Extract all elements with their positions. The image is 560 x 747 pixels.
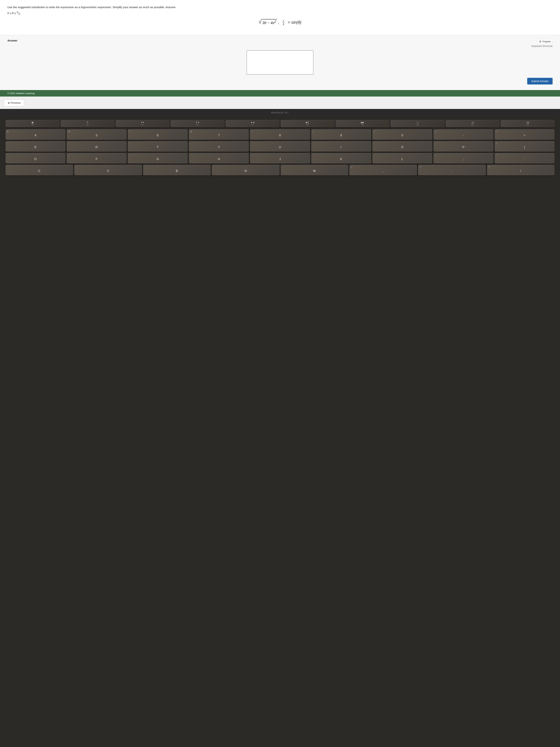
fn-key-f4[interactable]: ⠿ F4 xyxy=(60,120,114,127)
footer-bar: © 2021 Hawkes Learning xyxy=(0,90,560,97)
key-b[interactable]: B xyxy=(143,165,211,175)
key-f[interactable]: F xyxy=(67,153,127,163)
fn-key-f3[interactable]: ▣ F3 xyxy=(5,120,59,127)
fn-key-f9[interactable]: ▶▶ F9 xyxy=(336,120,390,127)
key-minus[interactable]: — - xyxy=(433,129,494,140)
key-t[interactable]: T xyxy=(128,141,188,152)
key-5[interactable]: % 5 xyxy=(67,129,127,140)
key-u[interactable]: U xyxy=(250,141,310,152)
key-v[interactable]: V xyxy=(74,165,142,175)
key-o[interactable]: O xyxy=(372,141,432,152)
fn-key-f5[interactable]: ✦✦ F5 xyxy=(115,120,169,127)
key-d[interactable]: D xyxy=(5,153,65,163)
key-r[interactable]: R xyxy=(67,141,127,152)
keyboard-area: ▣ F3 ⠿ F4 ✦✦ F5 ☀☀ F6 ◄◄ F7 ▶║ F8 ▶▶ F9 … xyxy=(0,116,560,747)
answer-section: Answer ⊞ Keypad Keyboard Shortcuts Submi… xyxy=(0,35,560,90)
key-4[interactable]: $ 4 xyxy=(5,129,65,140)
fn-key-f8[interactable]: ▶║ F8 xyxy=(281,120,335,127)
number-key-row: $ 4 % 5 ^ 6 & 7 * 8 ( 9 ) 0 — - xyxy=(5,129,555,140)
key-7[interactable]: & 7 xyxy=(189,129,249,140)
key-bracket[interactable]: { [ xyxy=(495,141,555,152)
keypad-button[interactable]: ⊞ Keypad xyxy=(537,39,553,44)
key-l[interactable]: L xyxy=(372,153,432,163)
answer-tools: ⊞ Keypad Keyboard Shortcuts xyxy=(532,39,553,47)
keyboard-shortcuts-link[interactable]: Keyboard Shortcuts xyxy=(532,45,553,47)
macbook-label: MacBook Air xyxy=(0,109,560,116)
copyright-text: © 2021 Hawkes Learning xyxy=(7,92,34,95)
key-slash[interactable]: ? / xyxy=(487,165,555,175)
key-6[interactable]: ^ 6 xyxy=(128,129,188,140)
previous-button[interactable]: ◄ Previous xyxy=(4,99,24,106)
qwerty-key-row: E R T Y U I O P { [ xyxy=(5,141,555,152)
bottom-key-row: C V B N M < , > . ? / xyxy=(5,165,555,175)
home-key-row: D F G H J K L : ; " ' xyxy=(5,153,555,163)
key-quote[interactable]: " ' xyxy=(495,153,555,163)
key-n[interactable]: N xyxy=(212,165,279,175)
key-h[interactable]: H xyxy=(189,153,249,163)
fraction-expression: x 3 xyxy=(282,19,285,26)
key-m[interactable]: M xyxy=(281,165,348,175)
keypad-icon: ⊞ xyxy=(539,40,541,43)
answer-header: Answer ⊞ Keypad Keyboard Shortcuts xyxy=(7,39,553,47)
key-c[interactable]: C xyxy=(5,165,73,175)
answer-label: Answer xyxy=(7,39,18,42)
sqrt-expression: √ 36 − 4x2 xyxy=(259,19,277,25)
key-semicolon[interactable]: : ; xyxy=(433,153,494,163)
key-0[interactable]: ) 0 xyxy=(372,129,432,140)
problem-instruction: Use the suggested substitution to write … xyxy=(7,5,553,9)
fn-key-row: ▣ F3 ⠿ F4 ✦✦ F5 ☀☀ F6 ◄◄ F7 ▶║ F8 ▶▶ F9 … xyxy=(5,120,555,127)
key-y[interactable]: Y xyxy=(189,141,249,152)
fn-key-f11[interactable]: ◁) F11 xyxy=(446,120,500,127)
key-e[interactable]: E xyxy=(5,141,65,152)
key-8[interactable]: * 8 xyxy=(250,129,310,140)
answer-input-box[interactable] xyxy=(247,50,313,75)
key-comma[interactable]: < , xyxy=(349,165,417,175)
math-expression: √ 36 − 4x2 , x 3 = sin(θ) xyxy=(7,19,553,26)
problem-condition: 0 ≤ θ ≤ π⁄2. xyxy=(7,11,553,16)
key-period[interactable]: > . xyxy=(418,165,485,175)
key-9[interactable]: ( 9 xyxy=(311,129,371,140)
submit-answer-button[interactable]: Submit Answer xyxy=(527,78,553,84)
fn-key-f12[interactable]: ◁)) F12 xyxy=(501,120,555,127)
key-g[interactable]: G xyxy=(128,153,188,163)
fn-key-f7[interactable]: ◄◄ F7 xyxy=(225,120,279,127)
fn-key-f6[interactable]: ☀☀ F6 xyxy=(170,120,224,127)
browser-area: Use the suggested substitution to write … xyxy=(0,0,560,109)
key-j[interactable]: J xyxy=(250,153,310,163)
fn-key-f10[interactable]: ◁ F10 xyxy=(391,120,445,127)
key-i[interactable]: I xyxy=(311,141,371,152)
key-k[interactable]: K xyxy=(311,153,371,163)
nav-bar: ◄ Previous xyxy=(0,97,560,109)
content-area: Use the suggested substitution to write … xyxy=(0,0,560,35)
submit-row: Submit Answer xyxy=(7,78,553,84)
key-p[interactable]: P xyxy=(433,141,494,152)
key-equals[interactable]: + = xyxy=(495,129,555,140)
